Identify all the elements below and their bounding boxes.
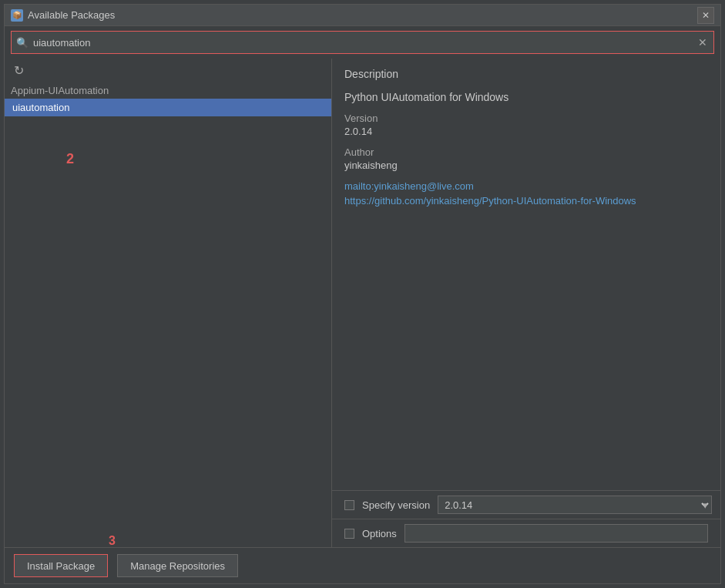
options-row: Options — [332, 519, 720, 547]
search-icon: 🔍 — [16, 37, 29, 49]
specify-version-row: Specify version 2.0.14 ▾ — [332, 490, 720, 519]
refresh-button[interactable]: ↻ — [11, 62, 27, 79]
description-area: Description Python UIAutomation for Wind… — [332, 59, 720, 490]
bottom-bar: 3 Install Package Manage Repositories — [5, 547, 720, 583]
annotation-2: 2 — [66, 151, 74, 167]
package-title: Python UIAutomation for Windows — [344, 91, 708, 103]
specify-version-checkbox[interactable] — [344, 500, 354, 510]
github-link[interactable]: https://github.com/yinkaisheng/Python-UI… — [344, 195, 708, 207]
available-packages-window: 📦 Available Packages ✕ 🔍 ✕ ↻ Appium-UIAu… — [4, 4, 721, 584]
left-panel: ↻ Appium-UIAutomation uiautomation 2 — [5, 59, 332, 547]
options-label: Options — [362, 528, 397, 539]
annotation-3: 3 — [109, 534, 116, 548]
description-panel-title: Description — [344, 68, 708, 80]
close-button[interactable]: ✕ — [697, 7, 714, 24]
options-checkbox[interactable] — [344, 529, 354, 539]
version-value: 2.0.14 — [344, 126, 708, 137]
search-bar: 🔍 ✕ — [5, 26, 720, 59]
install-package-button[interactable]: Install Package — [14, 554, 108, 577]
author-label: Author — [344, 146, 708, 158]
title-bar: 📦 Available Packages ✕ — [5, 5, 720, 26]
specify-version-label: Specify version — [362, 499, 430, 511]
toolbar-row: ↻ — [5, 59, 331, 82]
manage-repositories-button[interactable]: Manage Repositories — [117, 554, 238, 577]
right-panel: Description Python UIAutomation for Wind… — [332, 59, 720, 547]
package-item[interactable]: uiautomation — [5, 99, 331, 116]
options-input[interactable] — [404, 524, 708, 543]
package-list: uiautomation — [5, 99, 331, 547]
version-label: Version — [344, 113, 708, 124]
window-icon: 📦 — [11, 9, 23, 22]
group-header: Appium-UIAutomation — [5, 82, 331, 99]
search-input-wrapper: 🔍 ✕ — [11, 31, 714, 54]
version-select[interactable]: 2.0.14 — [438, 496, 712, 514]
close-icon: ✕ — [702, 10, 710, 21]
author-value: yinkaisheng — [344, 160, 708, 171]
main-content: ↻ Appium-UIAutomation uiautomation 2 Des… — [5, 59, 720, 547]
email-link[interactable]: mailto:yinkaisheng@live.com — [344, 180, 708, 192]
window-title: Available Packages — [28, 9, 697, 21]
clear-search-button[interactable]: ✕ — [696, 36, 709, 49]
search-input[interactable] — [33, 37, 696, 49]
